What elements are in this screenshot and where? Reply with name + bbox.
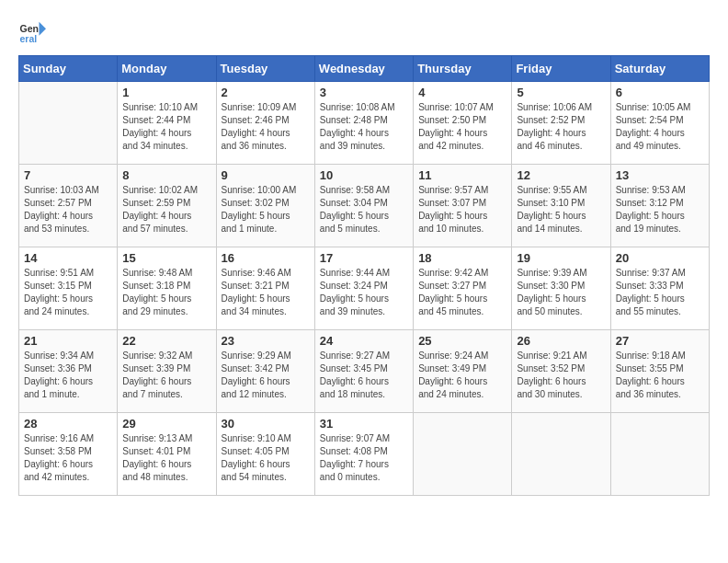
day-number: 14 [24,251,112,265]
day-number: 18 [418,251,506,265]
calendar-header-wednesday: Wednesday [314,56,413,82]
day-info: Sunrise: 9:53 AM Sunset: 3:12 PM Dayligh… [616,184,704,236]
day-number: 4 [418,86,506,99]
day-info: Sunrise: 9:57 AM Sunset: 3:07 PM Dayligh… [418,184,506,236]
calendar-cell: 12Sunrise: 9:55 AM Sunset: 3:10 PM Dayli… [512,165,610,247]
calendar-table: SundayMondayTuesdayWednesdayThursdayFrid… [18,55,710,496]
day-number: 19 [517,251,605,265]
calendar-cell: 25Sunrise: 9:24 AM Sunset: 3:49 PM Dayli… [414,330,512,413]
day-info: Sunrise: 9:16 AM Sunset: 3:58 PM Dayligh… [24,432,112,484]
calendar-cell: 29Sunrise: 9:13 AM Sunset: 4:01 PM Dayli… [118,413,216,496]
day-info: Sunrise: 9:27 AM Sunset: 3:45 PM Dayligh… [320,350,408,401]
day-info: Sunrise: 10:08 AM Sunset: 2:48 PM Daylig… [320,101,408,153]
day-number: 20 [616,251,704,265]
calendar-cell: 1Sunrise: 10:10 AM Sunset: 2:44 PM Dayli… [118,82,216,165]
calendar-cell: 6Sunrise: 10:05 AM Sunset: 2:54 PM Dayli… [610,82,709,165]
day-info: Sunrise: 10:00 AM Sunset: 3:02 PM Daylig… [222,184,310,236]
calendar-cell [19,82,118,165]
day-number: 15 [122,251,210,265]
calendar-week-row: 28Sunrise: 9:16 AM Sunset: 3:58 PM Dayli… [19,413,710,496]
day-info: Sunrise: 9:37 AM Sunset: 3:33 PM Dayligh… [616,267,704,318]
day-number: 29 [122,417,210,431]
calendar-cell: 22Sunrise: 9:32 AM Sunset: 3:39 PM Dayli… [118,330,216,413]
day-info: Sunrise: 9:42 AM Sunset: 3:27 PM Dayligh… [418,267,506,318]
day-number: 31 [320,417,408,431]
day-number: 7 [24,168,112,182]
calendar-cell: 24Sunrise: 9:27 AM Sunset: 3:45 PM Dayli… [314,330,413,413]
header: Gen eral [18,18,710,46]
calendar-week-row: 1Sunrise: 10:10 AM Sunset: 2:44 PM Dayli… [19,82,710,165]
day-info: Sunrise: 9:13 AM Sunset: 4:01 PM Dayligh… [122,432,210,484]
calendar-header-thursday: Thursday [414,56,512,82]
calendar-cell: 11Sunrise: 9:57 AM Sunset: 3:07 PM Dayli… [414,165,512,247]
calendar-body: 1Sunrise: 10:10 AM Sunset: 2:44 PM Dayli… [19,82,710,496]
day-info: Sunrise: 9:58 AM Sunset: 3:04 PM Dayligh… [320,184,408,236]
day-number: 2 [222,86,310,99]
calendar-header-monday: Monday [118,56,216,82]
calendar-cell: 7Sunrise: 10:03 AM Sunset: 2:57 PM Dayli… [19,165,118,247]
day-number: 1 [122,86,210,99]
day-info: Sunrise: 10:10 AM Sunset: 2:44 PM Daylig… [122,101,210,153]
calendar-header-friday: Friday [512,56,610,82]
calendar-cell: 21Sunrise: 9:34 AM Sunset: 3:36 PM Dayli… [19,330,118,413]
svg-marker-2 [40,22,47,36]
day-info: Sunrise: 10:07 AM Sunset: 2:50 PM Daylig… [418,101,506,153]
day-number: 5 [517,86,605,99]
calendar-cell: 9Sunrise: 10:00 AM Sunset: 3:02 PM Dayli… [216,165,314,247]
logo-icon: Gen eral [18,18,46,46]
calendar-cell: 31Sunrise: 9:07 AM Sunset: 4:08 PM Dayli… [314,413,413,496]
day-number: 27 [616,334,704,348]
calendar-header-row: SundayMondayTuesdayWednesdayThursdayFrid… [19,56,710,82]
day-number: 16 [222,251,310,265]
day-number: 30 [222,417,310,431]
day-number: 25 [418,334,506,348]
day-number: 21 [24,334,112,348]
calendar-week-row: 21Sunrise: 9:34 AM Sunset: 3:36 PM Dayli… [19,330,710,413]
day-info: Sunrise: 9:34 AM Sunset: 3:36 PM Dayligh… [24,350,112,401]
calendar-cell: 20Sunrise: 9:37 AM Sunset: 3:33 PM Dayli… [610,247,709,330]
calendar-cell: 10Sunrise: 9:58 AM Sunset: 3:04 PM Dayli… [314,165,413,247]
day-number: 17 [320,251,408,265]
calendar-week-row: 14Sunrise: 9:51 AM Sunset: 3:15 PM Dayli… [19,247,710,330]
day-number: 23 [222,334,310,348]
day-info: Sunrise: 10:03 AM Sunset: 2:57 PM Daylig… [24,184,112,236]
day-info: Sunrise: 10:02 AM Sunset: 2:59 PM Daylig… [122,184,210,236]
calendar-week-row: 7Sunrise: 10:03 AM Sunset: 2:57 PM Dayli… [19,165,710,247]
day-number: 8 [122,168,210,182]
day-number: 6 [616,86,704,99]
day-info: Sunrise: 10:05 AM Sunset: 2:54 PM Daylig… [616,101,704,153]
day-number: 28 [24,417,112,431]
calendar-cell: 8Sunrise: 10:02 AM Sunset: 2:59 PM Dayli… [118,165,216,247]
calendar-cell [414,413,512,496]
calendar-cell: 17Sunrise: 9:44 AM Sunset: 3:24 PM Dayli… [314,247,413,330]
day-info: Sunrise: 9:51 AM Sunset: 3:15 PM Dayligh… [24,267,112,318]
calendar-cell: 13Sunrise: 9:53 AM Sunset: 3:12 PM Dayli… [610,165,709,247]
day-number: 10 [320,168,408,182]
svg-text:eral: eral [20,33,38,44]
day-number: 26 [517,334,605,348]
calendar-cell: 14Sunrise: 9:51 AM Sunset: 3:15 PM Dayli… [19,247,118,330]
day-info: Sunrise: 9:21 AM Sunset: 3:52 PM Dayligh… [517,350,605,401]
day-info: Sunrise: 9:55 AM Sunset: 3:10 PM Dayligh… [517,184,605,236]
day-number: 11 [418,168,506,182]
calendar-cell: 4Sunrise: 10:07 AM Sunset: 2:50 PM Dayli… [414,82,512,165]
calendar-cell: 27Sunrise: 9:18 AM Sunset: 3:55 PM Dayli… [610,330,709,413]
day-info: Sunrise: 9:07 AM Sunset: 4:08 PM Dayligh… [320,432,408,484]
calendar-cell [512,413,610,496]
calendar-cell: 18Sunrise: 9:42 AM Sunset: 3:27 PM Dayli… [414,247,512,330]
day-number: 24 [320,334,408,348]
day-info: Sunrise: 9:24 AM Sunset: 3:49 PM Dayligh… [418,350,506,401]
logo: Gen eral [18,18,50,46]
day-number: 9 [222,168,310,182]
day-info: Sunrise: 10:09 AM Sunset: 2:46 PM Daylig… [222,101,310,153]
day-number: 13 [616,168,704,182]
calendar-cell: 3Sunrise: 10:08 AM Sunset: 2:48 PM Dayli… [314,82,413,165]
calendar-cell: 19Sunrise: 9:39 AM Sunset: 3:30 PM Dayli… [512,247,610,330]
day-info: Sunrise: 10:06 AM Sunset: 2:52 PM Daylig… [517,101,605,153]
day-info: Sunrise: 9:39 AM Sunset: 3:30 PM Dayligh… [517,267,605,318]
calendar-cell: 28Sunrise: 9:16 AM Sunset: 3:58 PM Dayli… [19,413,118,496]
calendar-header-saturday: Saturday [610,56,709,82]
day-number: 12 [517,168,605,182]
calendar-header-tuesday: Tuesday [216,56,314,82]
day-info: Sunrise: 9:32 AM Sunset: 3:39 PM Dayligh… [122,350,210,401]
